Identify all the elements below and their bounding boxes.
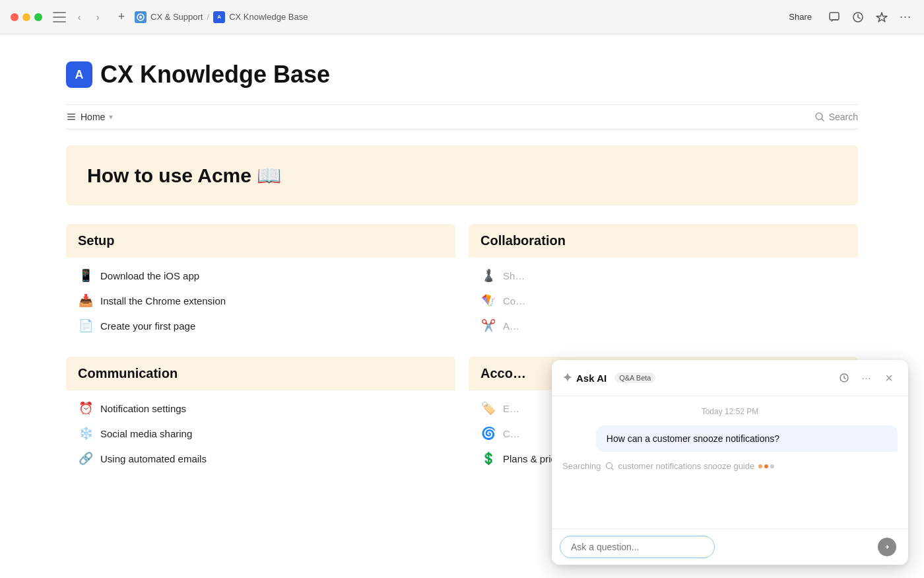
dot-3 xyxy=(770,464,774,468)
hero-title: How to use Acme 📖 xyxy=(87,164,837,187)
share-button[interactable]: Share xyxy=(782,9,818,24)
breadcrumb-workspace[interactable]: CX & Support xyxy=(150,12,203,22)
search-small-icon xyxy=(605,462,614,471)
account-item-1: E… xyxy=(503,403,519,414)
send-icon xyxy=(883,543,891,551)
communication-section: Communication ⏰ Notification settings ❄️… xyxy=(66,357,455,476)
setup-items: 📱 Download the iOS app 📥 Install the Chr… xyxy=(66,258,455,343)
dot-1 xyxy=(758,464,762,468)
new-tab-icon[interactable]: + xyxy=(114,9,129,25)
pricing-icon: 💲 xyxy=(480,451,496,466)
setup-section-header: Setup xyxy=(66,224,455,258)
breadcrumb-page[interactable]: CX Knowledge Base xyxy=(229,12,308,22)
more-icon[interactable]: ··· xyxy=(898,9,913,25)
ios-app-icon: 📱 xyxy=(78,268,94,283)
swirl-icon: 🌀 xyxy=(480,426,496,441)
communication-items: ⏰ Notification settings ❄️ Social media … xyxy=(66,390,455,476)
kite-icon: 🪁 xyxy=(480,293,496,308)
searching-text: Searching xyxy=(562,461,601,471)
chat-history-icon[interactable] xyxy=(836,369,853,386)
dot-2 xyxy=(764,464,768,468)
fullscreen-traffic-light[interactable] xyxy=(34,13,42,21)
user-message-bubble: How can a customer snooze notifications? xyxy=(596,425,898,452)
close-traffic-light[interactable] xyxy=(11,13,18,21)
list-item[interactable]: 🔗 Using automated emails xyxy=(66,446,455,471)
workspace-icon xyxy=(135,11,147,23)
home-chevron: ▾ xyxy=(109,112,113,122)
search-icon xyxy=(814,112,825,122)
list-item[interactable]: ✂️ A… xyxy=(469,313,858,338)
star-icon[interactable] xyxy=(874,9,890,25)
nav-buttons: ‹ › xyxy=(71,9,106,25)
logo-letter: A xyxy=(75,68,84,82)
ios-app-label: Download the iOS app xyxy=(100,270,199,281)
scissors-icon: ✂️ xyxy=(480,318,496,333)
history-icon[interactable] xyxy=(850,9,866,25)
list-item[interactable]: ♟️ Sh… xyxy=(469,263,858,288)
chat-body: Today 12:52 PM How can a customer snooze… xyxy=(552,396,908,528)
list-item[interactable]: 📥 Install the Chrome extension xyxy=(66,288,455,313)
list-item[interactable]: ⏰ Notification settings xyxy=(66,396,455,421)
collaboration-section-header: Collaboration xyxy=(469,224,858,258)
page-header: A CX Knowledge Base xyxy=(66,61,858,89)
chat-close-button[interactable]: × xyxy=(880,369,898,386)
list-item[interactable]: ❄️ Social media sharing xyxy=(66,421,455,446)
notification-label: Notification settings xyxy=(100,403,186,414)
ai-spark-icon: ✦ xyxy=(562,371,572,385)
breadcrumb-separator: / xyxy=(207,12,210,22)
loading-dots xyxy=(758,464,774,468)
titlebar-actions: Share ··· xyxy=(782,9,913,25)
first-page-icon: 📄 xyxy=(78,318,94,333)
home-label: Home xyxy=(81,112,105,122)
setup-section: Setup 📱 Download the iOS app 📥 Install t… xyxy=(66,224,455,343)
forward-icon[interactable]: › xyxy=(90,9,106,25)
ask-ai-text: Ask AI xyxy=(576,373,607,384)
page-logo: A xyxy=(66,61,92,88)
tag-icon: 🏷️ xyxy=(480,401,496,415)
qa-beta-badge: Q&A Beta xyxy=(614,373,655,383)
social-media-label: Social media sharing xyxy=(100,428,192,439)
first-page-label: Create your first page xyxy=(100,320,195,332)
list-item[interactable]: 🪁 Co… xyxy=(469,288,858,313)
breadcrumb: CX & Support / A CX Knowledge Base xyxy=(135,11,777,23)
minimize-traffic-light[interactable] xyxy=(22,13,30,21)
notification-icon: ⏰ xyxy=(78,401,94,415)
svg-point-1 xyxy=(139,16,142,18)
collaboration-items: ♟️ Sh… 🪁 Co… ✂️ A… xyxy=(469,258,858,343)
comment-icon[interactable] xyxy=(826,9,842,25)
ai-chat-panel: ✦ Ask AI Q&A Beta ··· × Today 12:52 PM H… xyxy=(552,360,908,565)
hero-banner: How to use Acme 📖 xyxy=(66,145,858,205)
titlebar: ‹ › + CX & Support / A CX Knowledge Base… xyxy=(0,0,924,34)
svg-rect-4 xyxy=(67,114,75,115)
page-icon-small: A xyxy=(213,11,225,23)
chrome-ext-label: Install the Chrome extension xyxy=(100,295,226,307)
searching-status: Searching customer notifications snooze … xyxy=(562,461,898,471)
chat-send-button[interactable] xyxy=(878,538,896,556)
chat-timestamp: Today 12:52 PM xyxy=(562,407,898,416)
account-item-2: C… xyxy=(503,428,520,439)
chat-input-wrapper xyxy=(560,536,900,558)
list-icon xyxy=(66,112,77,122)
search-bar[interactable]: Search xyxy=(814,112,858,122)
chat-more-icon[interactable]: ··· xyxy=(858,369,875,386)
collab-item-3: A… xyxy=(503,320,519,332)
page-nav: Home ▾ Search xyxy=(66,104,858,129)
email-label: Using automated emails xyxy=(100,453,207,464)
svg-rect-6 xyxy=(67,119,75,120)
email-icon: 🔗 xyxy=(78,451,94,466)
sidebar-toggle-icon[interactable] xyxy=(53,12,66,22)
chat-input[interactable] xyxy=(560,536,715,558)
ask-ai-label: ✦ Ask AI xyxy=(562,371,607,385)
searching-query: customer notifications snooze guide xyxy=(618,461,755,471)
home-nav[interactable]: Home ▾ xyxy=(66,112,113,122)
chess-icon: ♟️ xyxy=(480,268,496,283)
list-item[interactable]: 📱 Download the iOS app xyxy=(66,263,455,288)
social-media-icon: ❄️ xyxy=(78,426,94,441)
chat-header: ✦ Ask AI Q&A Beta ··· × xyxy=(552,360,908,396)
collaboration-section: Collaboration ♟️ Sh… 🪁 Co… ✂️ A… xyxy=(469,224,858,343)
list-item[interactable]: 📄 Create your first page xyxy=(66,313,455,338)
collab-item-2: Co… xyxy=(503,295,525,307)
back-icon[interactable]: ‹ xyxy=(71,9,87,25)
search-label: Search xyxy=(829,112,858,122)
page-title: CX Knowledge Base xyxy=(100,61,330,89)
